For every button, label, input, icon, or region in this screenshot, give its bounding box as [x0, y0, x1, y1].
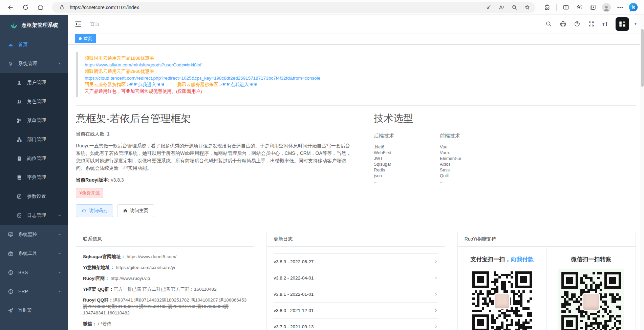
sidebar-item-label: ERP: [18, 289, 28, 294]
fullscreen-icon[interactable]: [588, 21, 595, 27]
frontend-tech-column: 前端技术 Vue Vuex Element-ui Axios Sass Quil…: [440, 133, 506, 184]
breadcrumb[interactable]: 首页: [90, 21, 100, 27]
help-icon[interactable]: [574, 21, 581, 27]
contact-row: 微信： / *若依: [83, 321, 247, 327]
gear-icon: [7, 61, 14, 67]
tech-item: Sqlsugar: [374, 161, 440, 167]
favorites-icon[interactable]: [574, 2, 585, 13]
contact-row: Ruoyi官网： http://www.ruoyi.vip: [83, 275, 247, 282]
sidebar-item-label: 用户管理: [27, 80, 46, 86]
refresh-icon[interactable]: [20, 2, 31, 13]
chevron-up-icon: [58, 62, 62, 66]
changelog-item[interactable]: v3.8.2 - 2022-04-01: [274, 270, 438, 286]
scrollbar-thumb[interactable]: [641, 29, 644, 87]
zoom-out-icon[interactable]: [510, 3, 519, 12]
tech-item: Sass: [440, 167, 506, 173]
sidebar-item-label: 字典管理: [27, 174, 46, 181]
split-screen-icon[interactable]: [560, 2, 572, 13]
sidebar-collapse-icon[interactable]: [74, 20, 83, 28]
section-divider: [76, 105, 636, 106]
sidebar-item-post-mgmt[interactable]: 岗位管理: [0, 149, 68, 168]
tech-item: Vue: [440, 144, 506, 150]
alipay-qr-code: [472, 271, 532, 330]
page-content: 领取阿里云通用云产品1888优惠券 https://www.aliyun.com…: [68, 45, 644, 330]
sidebar-item-dept-mgmt[interactable]: 部门管理: [0, 130, 68, 149]
password-key-icon[interactable]: [484, 3, 493, 12]
post-badge-icon: [16, 156, 22, 162]
changelog-item[interactable]: v3.8.0 - 2021-12-01: [274, 303, 438, 319]
alipay-pay-link[interactable]: 向我付款: [511, 256, 534, 263]
free-opensource-tag: ¥免费开源: [76, 188, 103, 198]
sidebar-item-user-mgmt[interactable]: 用户管理: [0, 73, 68, 92]
sidebar-item-system-monitor[interactable]: 系统监控: [0, 225, 68, 244]
aliyun-link[interactable]: https://www.aliyun.com/minisite/goods?us…: [85, 62, 629, 68]
home-icon[interactable]: [35, 2, 46, 13]
tencent-link[interactable]: https://cloud.tencent.com/redirect.php?r…: [85, 75, 629, 82]
sidebar-item-system-mgmt[interactable]: 系统管理: [0, 54, 68, 73]
read-aloud-icon[interactable]: [497, 3, 506, 12]
avatar-dropdown-caret[interactable]: ▼: [634, 22, 637, 26]
profile-avatar[interactable]: [601, 2, 612, 13]
sidebar-item-bbs[interactable]: BBS: [0, 263, 68, 282]
sidebar-item-param-settings[interactable]: 参数设置: [0, 187, 68, 206]
visit-homepage-button[interactable]: 访问主页: [117, 204, 154, 217]
org-tree-icon: [16, 137, 22, 143]
extensions-icon[interactable]: [541, 2, 553, 13]
contact-card: 联系信息 Sqlsugar官网地址： https://www.donet5.co…: [76, 232, 254, 330]
sidebar-item-system-tools[interactable]: 系统工具: [0, 244, 68, 263]
address-bar[interactable]: https://ccnetcore.com:1101/index: [52, 2, 535, 13]
changelog-item[interactable]: v3.8.3 - 2022-06-27: [274, 254, 438, 270]
search-icon[interactable]: [545, 21, 552, 27]
tencent-discount-link[interactable]: >☛☛点我进入☚☚: [220, 82, 257, 87]
contact-card-title: 联系信息: [76, 232, 254, 247]
sidebar-item-label: 部门管理: [27, 137, 46, 143]
qr-center-photo: [494, 293, 510, 309]
tab-home[interactable]: 首页: [75, 34, 96, 43]
sidebar-item-erp[interactable]: ERP: [0, 282, 68, 301]
edit-icon: [16, 193, 22, 200]
dictionary-icon: [16, 174, 22, 181]
sidebar-item-dict-mgmt[interactable]: 字典管理: [0, 168, 68, 187]
sidebar-item-yi-framework[interactable]: Yi框架: [0, 301, 68, 320]
collections-icon[interactable]: [587, 2, 599, 13]
wechat-donate-column: 微信扫一扫转账: [547, 247, 636, 330]
sidebar-item-home[interactable]: 首页: [0, 35, 68, 54]
page-scrollbar: [640, 15, 644, 330]
tech-item: ...: [440, 179, 506, 184]
sidebar-item-label: 系统监控: [18, 231, 37, 238]
chevron-down-icon: [58, 232, 62, 236]
sidebar-item-label: BBS: [18, 270, 28, 275]
url-text[interactable]: https://ccnetcore.com:1101/index: [70, 5, 480, 10]
visit-gitee-label: 访问码云: [89, 208, 107, 214]
globe-icon: [7, 269, 14, 275]
backend-tech-column: 后端技术 .Net6 WebFirst JWT Sqlsugar Redis j…: [374, 133, 440, 184]
active-tab-dot: [79, 37, 82, 40]
back-icon[interactable]: [5, 2, 16, 13]
tags-view-bar: 首页: [68, 33, 644, 45]
sidebar-item-menu-mgmt[interactable]: 菜单管理: [0, 111, 68, 130]
globe-icon: [7, 288, 14, 294]
page-title: 意框架-若依后台管理框架: [76, 112, 352, 126]
changelog-item[interactable]: v3.8.1 - 2022-01-01: [274, 286, 438, 303]
github-icon[interactable]: [560, 21, 566, 27]
sidebar-item-role-mgmt[interactable]: 角色管理: [0, 92, 68, 111]
sidebar-item-label: 日志管理: [27, 212, 46, 219]
roles-icon: [16, 99, 22, 105]
user-avatar[interactable]: [616, 17, 629, 31]
visit-homepage-label: 访问主页: [130, 208, 148, 214]
chevron-right-icon: [434, 292, 438, 296]
add-favorite-icon[interactable]: [522, 3, 532, 12]
backend-tech-title: 后端技术: [374, 133, 440, 139]
settings-more-icon[interactable]: ⋯: [614, 2, 626, 13]
sidebar-item-label: 系统管理: [18, 61, 37, 67]
visit-gitee-button[interactable]: 访问码云: [76, 204, 113, 217]
changelog-item[interactable]: v3.7.0 - 2021-09-13: [274, 319, 438, 330]
font-size-icon[interactable]: TT: [602, 21, 608, 27]
sidebar-item-log-mgmt[interactable]: 日志管理: [0, 206, 68, 225]
app-logo: 意框架管理系统: [0, 15, 68, 35]
ali-discount-link[interactable]: >☛☛点我进入☚☚: [127, 82, 164, 87]
intro-description: Ruoyi:一直想做一款后台管理系统，看了很多优秀的开源项目但是发现没有合适自己…: [76, 142, 352, 172]
bing-chat-icon[interactable]: [628, 2, 639, 13]
app-title: 意框架管理系统: [22, 22, 59, 28]
tencent-discount-label: 腾讯云服务器秒杀区: [177, 82, 218, 87]
